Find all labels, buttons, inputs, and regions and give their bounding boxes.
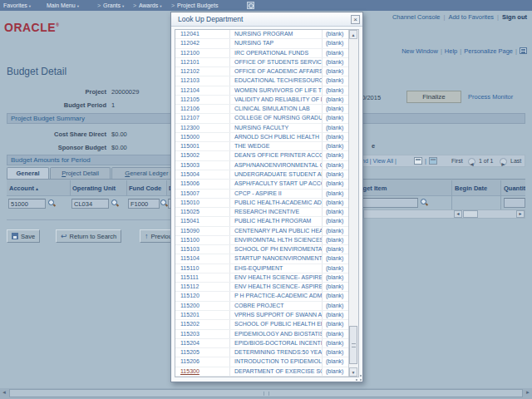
lookup-row[interactable]: 115041PUBLIC HEALTH PROGRAM(blank) — [175, 217, 349, 226]
dept-name-link[interactable]: THE WEDGE — [230, 142, 323, 150]
dept-code-link[interactable]: 112106 — [175, 105, 230, 113]
sort-asc-icon[interactable]: ▲ — [35, 186, 39, 191]
nav-crumb-grants[interactable]: Grants▾ — [103, 0, 124, 12]
lookup-row[interactable]: 115203EPIDEMIOLOGY AND BIOSTATISTICS(bla… — [175, 330, 349, 339]
dept-name-link[interactable]: PUBLIC HEALTH PROGRAM — [230, 217, 323, 225]
account-input[interactable] — [8, 199, 46, 209]
dept-code-link[interactable]: 115201 — [175, 311, 230, 319]
lookup-row[interactable]: 115206INTRODUCTION TO EPIDEMIOLOGY(blank… — [175, 357, 349, 367]
nav-crumb-project-budgets[interactable]: Project Budgets — [177, 0, 218, 11]
dept-code-link[interactable]: 115110 — [175, 264, 230, 273]
lookup-row[interactable]: 115010PUBLIC HEALTH-ACADEMIC ADMINIS(bla… — [175, 199, 349, 208]
lookup-row[interactable]: 112103EDUCATIONAL TECH/RESOURCES COM(bla… — [175, 76, 349, 86]
lookup-row[interactable]: 115025RESEARCH INCENTIVE(blank) — [175, 208, 349, 217]
dept-code-link[interactable]: 115007 — [175, 190, 230, 198]
fund-code-lookup-icon[interactable] — [160, 200, 168, 207]
lookup-row[interactable]: 112300NURSING FACULTY(blank) — [175, 124, 349, 133]
dialog-vscrollbar[interactable]: ▲ ▼ — [348, 30, 358, 377]
dept-name-link[interactable]: WOMEN SURVIVORS OF LIFE THREAT — [230, 86, 323, 95]
dept-name-link[interactable]: ENV HEALTH SCIENCE- ASPIREII — [230, 283, 323, 291]
page-scroll-left-icon[interactable]: ◄ — [2, 390, 7, 395]
dept-code-link[interactable]: 112105 — [175, 96, 230, 104]
account-lookup-icon[interactable] — [48, 200, 56, 207]
help-link[interactable]: Help — [445, 47, 457, 55]
dept-name-link[interactable]: INTRODUCTION TO EPIDEMIOLOGY — [230, 357, 323, 366]
dept-code-link[interactable]: 115025 — [175, 208, 230, 216]
grid-hscrollbar-track[interactable] — [363, 209, 525, 219]
dept-code-link[interactable]: 115004 — [175, 170, 230, 179]
dept-code-link[interactable]: 115111 — [175, 273, 230, 282]
dept-code-link[interactable]: 112042 — [175, 39, 230, 47]
dept-name-link[interactable]: CENTENARY PLAN PUBLIC HEALTH — [230, 227, 323, 235]
budget-item-lookup-icon[interactable] — [421, 199, 428, 206]
operating-unit-input[interactable] — [71, 199, 109, 209]
dept-name-link[interactable]: NURSING FACULTY — [230, 124, 323, 132]
dept-code-link[interactable]: 115000 — [175, 133, 230, 141]
download-icon[interactable] — [414, 157, 422, 165]
lookup-row[interactable]: 115300DEPARTMENT OF EXERCISE SCIENCE(bla… — [175, 367, 349, 377]
nav-main-menu[interactable]: Main Menu▾ — [47, 0, 79, 12]
dept-code-link[interactable]: 115204 — [175, 339, 230, 347]
tab-project-detail[interactable]: Project Detail — [50, 167, 111, 180]
dept-code-link[interactable]: 112103 — [175, 76, 230, 85]
lookup-row[interactable]: 115100ENVIROMNTAL HLTH SCIENCES(blank) — [175, 236, 349, 245]
grid-scroll-left-icon[interactable]: ◄ — [454, 210, 462, 218]
dept-name-link[interactable]: NURSING TAP — [230, 39, 323, 47]
dept-code-link[interactable]: 115002 — [175, 151, 230, 160]
operating-unit-lookup-icon[interactable] — [111, 200, 119, 207]
previous-page-icon[interactable]: ◄ — [468, 158, 475, 165]
dept-name-link[interactable]: STARTUP NANOENVIRONMENTAL JR F — [230, 254, 323, 263]
return-to-search-button[interactable]: ↩Return to Search — [56, 229, 121, 243]
sign-out-link[interactable]: Sign out — [502, 13, 527, 21]
lookup-row[interactable]: 115111ENV HEALTH SCIENCE- ASPIREII(blank… — [175, 273, 349, 283]
dept-code-link[interactable]: 115001 — [175, 142, 230, 150]
dept-code-link[interactable]: 115090 — [175, 227, 230, 235]
lookup-row[interactable]: 115202SCHOOL OF PUBLIC HEALTH EPIDEM(bla… — [175, 320, 349, 329]
lookup-row[interactable]: 112107COLLEGE OF NURSING GRADUATE PR(bla… — [175, 114, 349, 123]
dept-code-link[interactable]: 112041 — [175, 30, 230, 38]
finalize-button[interactable]: Finalize — [406, 91, 461, 103]
lookup-row[interactable]: 115004UNDERGRADUATE STUDENT AFFAIRS(blan… — [175, 170, 349, 180]
dept-name-link[interactable]: RESEARCH INCENTIVE — [230, 208, 323, 216]
page-hscrollbar-thumb[interactable] — [9, 389, 523, 397]
lookup-row[interactable]: 115120P H PRACTICE-ACADEMIC ADMIN(blank) — [175, 292, 349, 301]
grid-hscrollbar-thumb[interactable] — [463, 210, 478, 218]
lookup-row[interactable]: 112101OFFICE OF STUDENTS SERVICES (N(bla… — [175, 58, 349, 67]
lookup-row[interactable]: 115200COBRE PROJECT(blank) — [175, 302, 349, 311]
dept-name-link[interactable]: VPRHS SUPPORT OF SWANN ADAMS — [230, 311, 323, 319]
lookup-row[interactable]: 115205DETERMINING TRENDS:50 YEARS OF(bla… — [175, 348, 349, 357]
dept-name-link[interactable]: CLINICAL SIMULATION LAB — [230, 105, 323, 113]
dialog-vscrollbar-thumb[interactable] — [349, 326, 357, 364]
close-icon[interactable]: × — [351, 15, 360, 24]
breadcrumb-search-icon[interactable] — [247, 2, 254, 9]
dept-code-link[interactable]: 115003 — [175, 161, 230, 170]
lookup-row[interactable]: 115103SCHOOL OF PH ENVIROMENTAL HEAL(bla… — [175, 245, 349, 254]
dept-code-link[interactable]: 115104 — [175, 254, 230, 263]
new-window-link[interactable]: New Window — [401, 47, 438, 55]
lookup-row[interactable]: 112106CLINICAL SIMULATION LAB(blank) — [175, 105, 349, 114]
resize-grip[interactable] — [356, 375, 362, 381]
personalize-page-link[interactable]: Personalize Page — [464, 47, 513, 55]
dept-name-link[interactable]: PUBLIC HEALTH-ACADEMIC ADMINIS — [230, 199, 323, 207]
zoom-grid-icon[interactable] — [429, 157, 437, 165]
lookup-row[interactable]: 115201VPRHS SUPPORT OF SWANN ADAMS(blank… — [175, 311, 349, 320]
dept-name-link[interactable]: CPCP - ASPIRE II — [230, 190, 323, 198]
dept-code-link[interactable]: 115006 — [175, 180, 230, 188]
dept-code-link[interactable]: 115206 — [175, 357, 230, 366]
lookup-row[interactable]: 115003ASPH/NANOENVIRONMENTAL COEE(blank) — [175, 161, 349, 170]
lookup-row[interactable]: 115002DEAN'S OFFICE PRINTER ACCOUNT(blan… — [175, 151, 349, 160]
next-page-icon[interactable]: ► — [500, 158, 507, 165]
dept-name-link[interactable]: ASPH/FACULTY START UP ACCOUNT — [230, 180, 323, 188]
dept-name-link[interactable]: ENV HEALTH SCIENCE- ASPIREII — [230, 273, 323, 282]
dept-name-link[interactable]: EDUCATIONAL TECH/RESOURCES COM — [230, 76, 323, 85]
dept-name-link[interactable]: DETERMINING TRENDS:50 YEARS OF — [230, 348, 323, 357]
dept-code-link[interactable]: 115103 — [175, 245, 230, 254]
dept-name-link[interactable]: SCHOOL OF PUBLIC HEALTH EPIDEM — [230, 320, 323, 328]
dept-name-link[interactable]: DEAN'S OFFICE PRINTER ACCOUNT — [230, 151, 323, 160]
dept-code-link[interactable]: 115100 — [175, 236, 230, 244]
dept-name-link[interactable]: EPID/BIOS-DOCTORAL INCENTIVE F — [230, 339, 323, 347]
dept-code-link[interactable]: 115205 — [175, 348, 230, 357]
dept-name-link[interactable]: ASPH/NANOENVIRONMENTAL COEE — [230, 161, 323, 170]
dept-code-link[interactable]: 112300 — [175, 124, 230, 132]
lookup-row[interactable]: 112042NURSING TAP(blank) — [175, 39, 349, 48]
